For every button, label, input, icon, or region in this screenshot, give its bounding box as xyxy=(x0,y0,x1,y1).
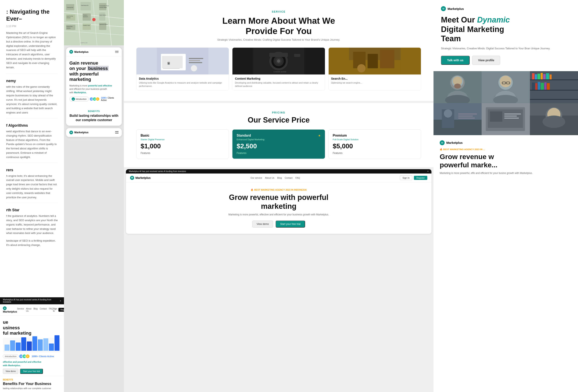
mobile-intro-row-1: ▶ Introduction A B C 100K+ Clients Activ… xyxy=(69,96,118,101)
mobile-card-2: M Marketplus xyxy=(66,128,122,137)
mobile-logo-2: M Marketplus xyxy=(69,131,89,134)
center-notif-text: Marketplus AI has just received series A… xyxy=(129,170,186,173)
svg-rect-39 xyxy=(163,68,180,69)
mini-view-demo-btn[interactable]: View demo xyxy=(3,369,18,374)
svg-text:📓: 📓 xyxy=(167,62,170,65)
service-card-analytics-body: Data Analytics Utilizing tools like Goog… xyxy=(137,75,229,90)
svg-text:Cosmopolitan Tower: Cosmopolitan Tower xyxy=(99,5,109,6)
mobile-clients-text-1: 100K+ Clients Active xyxy=(101,97,118,101)
center-mini-nav-actions: Sign In Register xyxy=(400,175,427,180)
svg-rect-95 xyxy=(458,113,477,115)
section-2-body: weld algorithms that dance to an ever-ch… xyxy=(6,129,58,160)
svg-rect-37 xyxy=(189,62,202,63)
svg-rect-84 xyxy=(549,75,552,80)
right-logo-icon: M xyxy=(441,6,446,11)
svg-rect-54 xyxy=(380,50,394,68)
svg-rect-36 xyxy=(189,60,200,61)
mobile-clients-row-1: A B C 100K+ Clients Active xyxy=(91,97,118,101)
mini-avatars: A B C xyxy=(20,354,30,359)
article-time: 1:13 PM xyxy=(6,25,58,28)
team-photo-5 xyxy=(482,103,530,135)
right-bottom-best: 🔥 BEST MARKETING AGENCY 2023 IN ... xyxy=(440,148,572,151)
svg-rect-89 xyxy=(544,82,546,90)
mobile-logo-text-1: Marketplus xyxy=(74,50,89,53)
svg-rect-86 xyxy=(535,83,537,90)
svg-text:Farmng Asah: Farmng Asah xyxy=(67,7,73,8)
svg-text:SMPN 230: SMPN 230 xyxy=(81,42,88,44)
notification-text: Marketplus AI has just received series A… xyxy=(3,299,60,303)
center-notif-close[interactable]: × xyxy=(427,170,429,173)
svg-rect-79 xyxy=(535,74,537,80)
svg-rect-97 xyxy=(458,118,475,119)
center-mini-signin-btn[interactable]: Sign In xyxy=(400,175,412,180)
mini-hero-desc: effective and powerful and effective wit… xyxy=(3,360,61,367)
pricing-plan-standard-tag: Enhanced Digital Marketing xyxy=(237,138,321,141)
mobile-card-1-nav: M Marketplus xyxy=(66,47,122,56)
mini-start-trial-btn[interactable]: Start your free trial xyxy=(20,369,43,374)
pricing-plan-premium-tag: Full-Scale Digital Solution xyxy=(333,138,417,141)
section-1-body: with the rules of the game constantly sh… xyxy=(6,85,58,115)
notification-close[interactable]: × xyxy=(60,300,61,302)
center-mini-hero: 🔥 BEST MARKETING AGENCY 2023 IN INDONESI… xyxy=(126,182,432,234)
mobile-hero-title-1: Gain revenue on your business with power… xyxy=(69,60,118,82)
svg-rect-8 xyxy=(81,2,91,10)
service-card-search-body: Search En... Optimizing we search engine… xyxy=(329,75,421,87)
article-title: : Navigating the Ever– xyxy=(6,8,58,22)
talk-with-us-btn[interactable]: Talk with us xyxy=(441,56,470,65)
service-card-content: CANON ZOOM Content Marketing Developing … xyxy=(232,47,325,90)
right-bottom-desc: Marketing is more powerful, effe and eff… xyxy=(440,171,572,175)
section-5-body: landscape of SEO is a thrilling expediti… xyxy=(6,239,58,247)
mini-benefits-sub: lasting relationships with our complete … xyxy=(3,387,61,390)
center-mini-logo-icon: M xyxy=(130,176,134,180)
svg-rect-82 xyxy=(543,74,546,80)
svg-point-94 xyxy=(444,109,452,118)
pricing-plan-standard-name: Standard xyxy=(237,134,251,137)
mobile-benefits-1: BENEFITS Build lasting relationships wit… xyxy=(66,107,122,126)
services-subtitle: Strategic Visionaries, Creative Minds: C… xyxy=(136,38,421,41)
center-mini-start-trial-btn[interactable]: Start your free trial xyxy=(276,220,305,227)
svg-rect-48 xyxy=(294,54,300,57)
section-4-body: f the guidance of analytics. Numbers tel… xyxy=(6,214,58,235)
right-bottom-logo-row: M Marketplus xyxy=(440,140,572,145)
svg-rect-96 xyxy=(458,116,473,117)
pricing-section: PRICING Our Service Price Basic Starter … xyxy=(124,103,434,167)
center-mini-view-demo-btn[interactable]: View demo xyxy=(252,220,273,227)
svg-rect-47 xyxy=(269,53,288,57)
right-logo-row: M Marketplus xyxy=(441,6,571,11)
mobile-benefits-tag-1: BENEFITS xyxy=(69,110,118,112)
services-title: Learn More About What We Provide For You xyxy=(136,16,421,37)
svg-text:Anissari Baru: Anissari Baru xyxy=(66,26,73,27)
mini-hero-title: ue usiness ful marketing xyxy=(3,320,61,336)
right-panel: M Marketplus Meet Our Dynamic Digital Ma… xyxy=(434,0,578,392)
center-mini-nav-links: Our service About Us Blog Contact FAQ xyxy=(251,176,300,179)
svg-rect-102 xyxy=(504,113,521,115)
svg-text:Sports Station: Sports Station xyxy=(99,14,106,16)
mobile-av-3: C xyxy=(96,97,100,101)
play-btn-1[interactable]: ▶ xyxy=(72,97,75,101)
svg-rect-85 xyxy=(532,83,535,90)
mini-register-btn[interactable]: Register xyxy=(58,308,64,312)
pricing-card-basic: Basic Starter Digital Presence $1,000 Fe… xyxy=(136,129,229,159)
svg-rect-104 xyxy=(504,118,519,119)
pricing-card-premium: Premium Full-Scale Digital Solution $5,0… xyxy=(329,129,421,159)
mini-logo: M Marketplus xyxy=(3,306,17,313)
center-mini-title: Grow revenue with powerful marketing xyxy=(134,193,423,211)
pricing-plan-standard-star: ★ xyxy=(318,134,321,137)
svg-rect-87 xyxy=(538,82,540,90)
left-mini-ui: Marketplus AI has just received series A… xyxy=(0,297,64,392)
svg-text:Goodrich Suite: Goodrich Suite xyxy=(83,25,90,26)
right-team-card: M Marketplus Meet Our Dynamic Digital Ma… xyxy=(434,0,578,71)
right-bottom-logo-icon: M xyxy=(440,140,445,145)
mini-nav: M Marketplus Service About Us Blog Conta… xyxy=(0,304,64,315)
hamburger-menu-1[interactable] xyxy=(115,51,118,53)
svg-text:Kemang Village: Kemang Village xyxy=(99,7,107,8)
center-mini-register-btn[interactable]: Register xyxy=(414,176,427,180)
mobile-logo-1: M Marketplus xyxy=(69,50,89,54)
pricing-plan-basic-features: Features xyxy=(141,152,225,155)
pricing-plan-premium-price: $5,000 xyxy=(333,142,417,150)
hamburger-menu-2[interactable] xyxy=(115,131,118,133)
mini-chart xyxy=(3,338,61,352)
view-profile-btn[interactable]: View profile xyxy=(472,56,500,65)
service-card-analytics: 📓 Data Analytics Utilizing tools like Go… xyxy=(136,47,229,90)
pricing-plan-premium-features: Features xyxy=(333,152,417,155)
